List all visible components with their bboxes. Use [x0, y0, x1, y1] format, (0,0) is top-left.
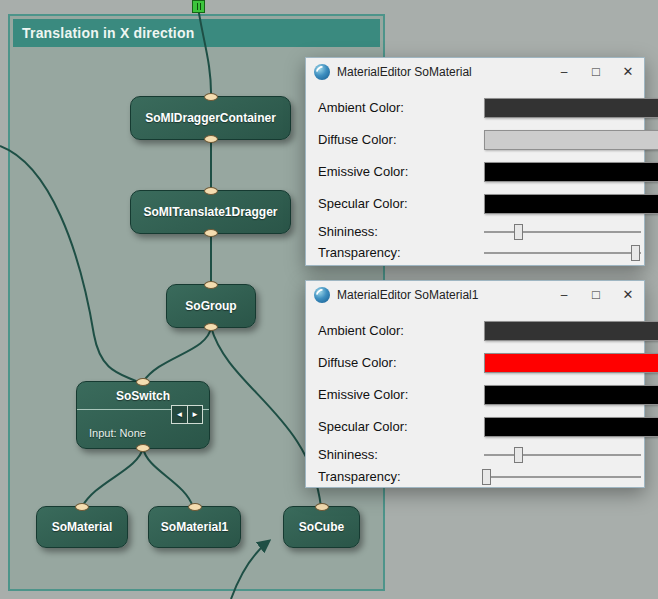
materialeditor-icon: [314, 287, 330, 303]
slider-track[interactable]: [484, 231, 641, 233]
window-title: MaterialEditor SoMaterial1: [337, 281, 478, 309]
connection-edge[interactable]: [197, 0, 211, 98]
field-row: Ambient Color:: [318, 321, 639, 341]
input-port[interactable]: [204, 281, 218, 289]
node-label: SoGroup: [185, 299, 236, 313]
input-port[interactable]: [204, 93, 218, 101]
node-socube[interactable]: SoCube: [283, 506, 360, 548]
close-button[interactable]: ✕: [612, 281, 644, 309]
input-port[interactable]: [136, 378, 150, 386]
slider-track[interactable]: [484, 252, 641, 254]
ambient-color-swatch[interactable]: [484, 98, 658, 118]
field-row: Transparency:: [318, 243, 639, 263]
field-row: Diffuse Color:: [318, 353, 639, 373]
node-label: SoCube: [299, 520, 344, 534]
field-label: Specular Color:: [318, 196, 408, 211]
input-port[interactable]: [315, 503, 329, 511]
switch-input-stepper: ◄ ►: [171, 405, 203, 424]
node-label: SoMaterial1: [161, 520, 228, 534]
prev-input-button[interactable]: ◄: [172, 406, 187, 423]
link-stub-icon[interactable]: [192, 0, 205, 13]
node-somaterial[interactable]: SoMaterial: [36, 506, 128, 548]
field-label: Ambient Color:: [318, 100, 404, 115]
emissive-color-swatch[interactable]: [484, 385, 658, 405]
specular-color-swatch[interactable]: [484, 194, 658, 214]
connection-edge-arrow[interactable]: [231, 541, 269, 599]
field-row: Emissive Color:: [318, 162, 639, 182]
node-somaterial1[interactable]: SoMaterial1: [148, 506, 241, 548]
field-label: Specular Color:: [318, 419, 408, 434]
node-label: SoMITranslate1Dragger: [143, 205, 277, 219]
field-label: Diffuse Color:: [318, 132, 397, 147]
slider-track[interactable]: [484, 476, 641, 478]
field-label: Ambient Color:: [318, 323, 404, 338]
materialeditor-icon: [314, 64, 330, 80]
field-row: Transparency:: [318, 467, 639, 487]
field-label: Transparency:: [318, 469, 401, 484]
shininess-slider[interactable]: [484, 222, 641, 242]
window-titlebar[interactable]: MaterialEditor SoMaterial – □ ✕: [306, 58, 644, 86]
output-port[interactable]: [204, 135, 218, 143]
connection-edge[interactable]: [82, 448, 143, 507]
emissive-color-swatch[interactable]: [484, 162, 658, 182]
maximize-button[interactable]: □: [580, 58, 612, 86]
window-materialeditor-somaterial: MaterialEditor SoMaterial – □ ✕ Ambient …: [305, 57, 645, 266]
connection-edge[interactable]: [143, 448, 193, 507]
switch-input-value: Input: None: [89, 427, 146, 439]
node-label: SoMIDraggerContainer: [145, 111, 276, 125]
window-title: MaterialEditor SoMaterial: [337, 58, 472, 86]
field-row: Specular Color:: [318, 417, 639, 437]
field-row: Diffuse Color:: [318, 130, 639, 150]
slider-thumb[interactable]: [631, 245, 640, 261]
diffuse-color-swatch[interactable]: [484, 353, 658, 373]
next-input-button[interactable]: ►: [187, 406, 202, 423]
transparency-slider[interactable]: [484, 243, 641, 263]
minimize-button[interactable]: –: [548, 281, 580, 309]
field-label: Diffuse Color:: [318, 355, 397, 370]
field-row: Shininess:: [318, 445, 639, 465]
output-port[interactable]: [136, 444, 150, 452]
output-port[interactable]: [204, 229, 218, 237]
input-port[interactable]: [188, 503, 202, 511]
window-titlebar[interactable]: MaterialEditor SoMaterial1 – □ ✕: [306, 281, 644, 309]
field-row: Ambient Color:: [318, 98, 639, 118]
connection-edge[interactable]: [0, 146, 138, 382]
field-label: Shininess:: [318, 224, 378, 239]
field-label: Shininess:: [318, 447, 378, 462]
node-label: SoMaterial: [52, 520, 113, 534]
field-label: Transparency:: [318, 245, 401, 260]
ambient-color-swatch[interactable]: [484, 321, 658, 341]
node-somitranslate1dragger[interactable]: SoMITranslate1Dragger: [130, 190, 291, 234]
field-row: Specular Color:: [318, 194, 639, 214]
slider-thumb[interactable]: [514, 224, 523, 240]
field-label: Emissive Color:: [318, 164, 408, 179]
slider-thumb[interactable]: [514, 447, 523, 463]
output-port[interactable]: [204, 323, 218, 331]
node-graph-canvas[interactable]: Translation in X direction SoMIDraggerCo…: [0, 0, 658, 599]
maximize-button[interactable]: □: [580, 281, 612, 309]
shininess-slider[interactable]: [484, 445, 641, 465]
slider-track[interactable]: [484, 454, 641, 456]
close-button[interactable]: ✕: [612, 58, 644, 86]
input-port[interactable]: [75, 503, 89, 511]
node-soswitch[interactable]: SoSwitch ◄ ► Input: None: [76, 381, 210, 449]
minimize-button[interactable]: –: [548, 58, 580, 86]
slider-thumb[interactable]: [482, 469, 491, 485]
node-somidraggercontainer[interactable]: SoMIDraggerContainer: [130, 96, 291, 140]
field-row: Shininess:: [318, 222, 639, 242]
transparency-slider[interactable]: [484, 467, 641, 487]
diffuse-color-swatch[interactable]: [484, 130, 658, 150]
connection-edge[interactable]: [143, 327, 211, 382]
specular-color-swatch[interactable]: [484, 417, 658, 437]
node-sogroup[interactable]: SoGroup: [166, 284, 256, 328]
field-row: Emissive Color:: [318, 385, 639, 405]
input-port[interactable]: [204, 187, 218, 195]
window-materialeditor-somaterial1: MaterialEditor SoMaterial1 – □ ✕ Ambient…: [305, 280, 645, 488]
field-label: Emissive Color:: [318, 387, 408, 402]
